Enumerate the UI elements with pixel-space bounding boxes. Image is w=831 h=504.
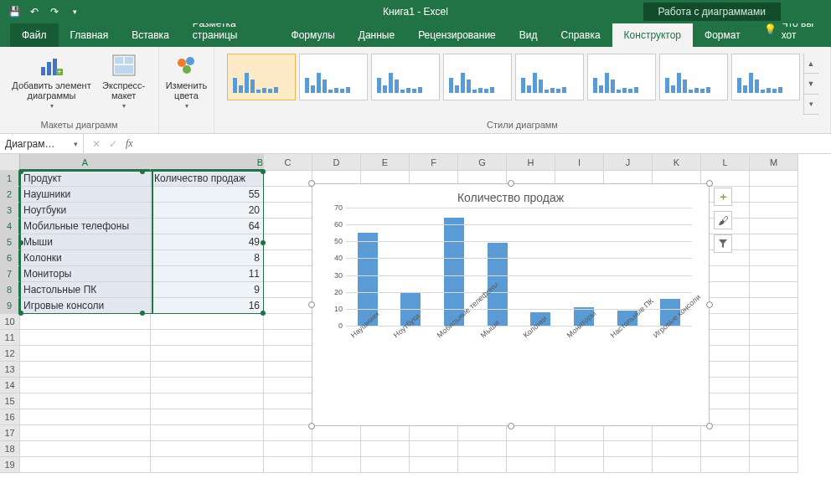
gallery-more-button[interactable]: ▾ <box>804 95 818 115</box>
row-header[interactable]: 15 <box>0 393 20 409</box>
row-header[interactable]: 9 <box>0 298 20 314</box>
cell[interactable] <box>750 250 798 266</box>
tab-insert[interactable]: Вставка <box>120 23 181 47</box>
cell[interactable] <box>555 441 604 457</box>
cell[interactable] <box>750 171 798 187</box>
cell[interactable] <box>20 346 151 362</box>
chart-title[interactable]: Количество продаж <box>312 184 709 208</box>
col-header-i[interactable]: I <box>555 154 604 171</box>
cell[interactable] <box>361 425 410 441</box>
cell[interactable] <box>264 457 312 473</box>
cell[interactable] <box>750 330 798 346</box>
cell[interactable] <box>458 425 507 441</box>
cell[interactable] <box>750 234 798 250</box>
chart-style-2[interactable] <box>299 54 368 100</box>
cell[interactable] <box>458 441 507 457</box>
cancel-icon[interactable]: ✕ <box>92 138 101 150</box>
cell[interactable] <box>312 425 361 441</box>
row-header[interactable]: 6 <box>0 250 20 266</box>
resize-handle[interactable] <box>308 180 315 187</box>
cell[interactable] <box>151 425 264 441</box>
cell[interactable] <box>151 457 264 473</box>
tab-view[interactable]: Вид <box>508 23 550 47</box>
cell[interactable]: 64 <box>151 219 264 234</box>
row-header[interactable]: 10 <box>0 314 20 330</box>
cell[interactable] <box>507 457 555 473</box>
cell[interactable] <box>750 378 798 393</box>
cell[interactable] <box>701 441 750 457</box>
cell[interactable] <box>458 457 507 473</box>
cell[interactable] <box>750 187 798 203</box>
cell[interactable] <box>750 393 798 409</box>
cell[interactable] <box>151 346 264 362</box>
resize-handle[interactable] <box>308 423 315 429</box>
cell[interactable]: Настольные ПК <box>20 282 151 298</box>
tab-home[interactable]: Главная <box>59 23 121 47</box>
cell[interactable]: 20 <box>151 203 264 219</box>
cell[interactable] <box>604 441 653 457</box>
chart-style-4[interactable] <box>443 54 512 100</box>
cell[interactable] <box>410 425 458 441</box>
cell[interactable] <box>264 203 312 219</box>
chart-add-element-icon[interactable]: ＋ <box>714 188 732 206</box>
row-header[interactable]: 14 <box>0 378 20 393</box>
cell[interactable] <box>750 425 798 441</box>
cell[interactable] <box>750 314 798 330</box>
gallery-down-button[interactable]: ▼ <box>804 74 818 94</box>
cell[interactable] <box>264 441 312 457</box>
row-header[interactable]: 12 <box>0 346 20 362</box>
col-header-j[interactable]: J <box>604 154 653 171</box>
cell[interactable]: 49 <box>151 234 264 250</box>
chart-style-3[interactable] <box>371 54 440 100</box>
tab-data[interactable]: Данные <box>347 23 406 47</box>
chart-style-brush-icon[interactable]: 🖌 <box>714 211 732 229</box>
cell[interactable] <box>20 393 151 409</box>
cell[interactable] <box>20 378 151 393</box>
enter-icon[interactable]: ✓ <box>109 138 117 150</box>
quick-layout-button[interactable]: Экспресс- макет ▾ <box>100 50 148 111</box>
row-header[interactable]: 2 <box>0 187 20 203</box>
cell[interactable] <box>20 314 151 330</box>
redo-icon[interactable]: ↷ <box>49 6 60 18</box>
cell[interactable]: 8 <box>151 250 264 266</box>
cell[interactable] <box>264 298 312 314</box>
cell[interactable] <box>750 457 798 473</box>
cell[interactable]: Колонки <box>20 250 151 266</box>
cell[interactable]: Наушники <box>20 187 151 203</box>
cell[interactable] <box>151 393 264 409</box>
cell[interactable] <box>264 234 312 250</box>
chart-style-7[interactable] <box>659 54 728 100</box>
cell[interactable]: 55 <box>151 187 264 203</box>
cell[interactable] <box>750 282 798 298</box>
cell[interactable]: 9 <box>151 282 264 298</box>
cell[interactable] <box>264 393 312 409</box>
namebox-dropdown-icon[interactable]: ▾ <box>74 140 78 148</box>
cell[interactable] <box>20 362 151 378</box>
tab-file[interactable]: Файл <box>10 23 59 47</box>
row-header[interactable]: 1 <box>0 171 20 187</box>
undo-icon[interactable]: ↶ <box>28 6 40 18</box>
cell[interactable] <box>750 298 798 314</box>
cell[interactable] <box>264 250 312 266</box>
col-header-a[interactable]: A <box>20 154 151 171</box>
cell[interactable] <box>264 282 312 298</box>
row-header[interactable]: 7 <box>0 266 20 282</box>
cell[interactable]: 11 <box>151 266 264 282</box>
save-icon[interactable]: 💾 <box>8 6 20 18</box>
cell[interactable] <box>151 409 264 425</box>
col-header-b[interactable]: B <box>151 154 264 171</box>
row-header[interactable]: 5 <box>0 234 20 250</box>
col-header-d[interactable]: D <box>312 154 361 171</box>
cell[interactable] <box>264 346 312 362</box>
tab-formulas[interactable]: Формулы <box>280 23 347 47</box>
cell[interactable] <box>264 409 312 425</box>
cell[interactable] <box>20 425 151 441</box>
cell[interactable]: Мыши <box>20 234 151 250</box>
tab-format[interactable]: Формат <box>693 23 752 47</box>
cell[interactable]: Мониторы <box>20 266 151 282</box>
chart-filter-funnel-icon[interactable] <box>714 234 732 253</box>
cell[interactable]: Продукт <box>20 171 151 187</box>
col-header-l[interactable]: L <box>701 154 750 171</box>
cell[interactable] <box>264 425 312 441</box>
cell[interactable] <box>151 330 264 346</box>
